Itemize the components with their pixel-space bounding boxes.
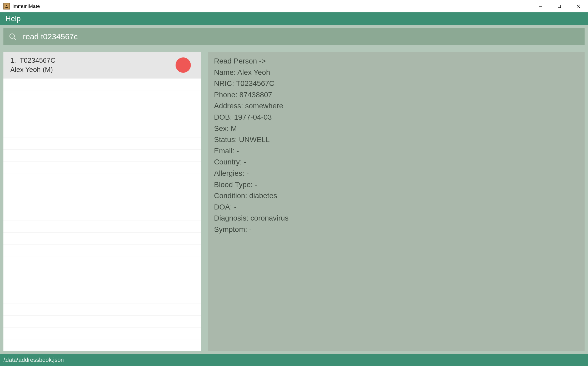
detail-line: Email: - [214, 146, 579, 157]
minimize-icon [538, 4, 542, 8]
statusbar-path: .\data\addressbook.json [2, 357, 64, 363]
window-title: ImmuniMate [12, 3, 40, 9]
list-item[interactable]: 1. T0234567C Alex Yeoh (M) [3, 52, 201, 79]
list-item-header: 1. T0234567C [10, 56, 56, 65]
detail-line: NRIC: T0234567C [214, 78, 579, 89]
list-item-texts: 1. T0234567C Alex Yeoh (M) [10, 56, 56, 74]
app-window: ImmuniMate Help [0, 0, 588, 366]
svg-rect-2 [558, 5, 561, 8]
statusbar: .\data\addressbook.json [0, 354, 588, 366]
detail-line: Phone: 87438807 [214, 90, 579, 100]
detail-line: Country: - [214, 157, 579, 168]
command-input[interactable] [23, 32, 579, 41]
detail-line: DOA: - [214, 202, 579, 213]
command-wrap [0, 25, 588, 48]
list-empty-area [3, 79, 201, 351]
detail-line: Status: UNWELL [214, 134, 579, 145]
app-icon [3, 3, 10, 9]
detail-line: Blood Type: - [214, 179, 579, 190]
detail-line: DOB: 1977-04-03 [214, 112, 579, 123]
detail-line: Sex: M [214, 123, 579, 134]
maximize-button[interactable] [550, 0, 569, 12]
close-button[interactable] [569, 0, 588, 12]
titlebar-controls [531, 0, 588, 12]
list-item-index: 1. [10, 56, 16, 64]
detail-line: Address: somewhere [214, 101, 579, 111]
search-icon [9, 33, 17, 41]
menubar: Help [0, 12, 588, 25]
status-indicator-icon [176, 57, 191, 73]
detail-line: Symptom: - [214, 224, 579, 235]
detail-line: Name: Alex Yeoh [214, 67, 579, 78]
command-bar[interactable] [3, 28, 585, 45]
detail-line: Condition: diabetes [214, 191, 579, 201]
detail-line: Allergies: - [214, 168, 579, 179]
minimize-button[interactable] [531, 0, 550, 12]
titlebar[interactable]: ImmuniMate [0, 0, 588, 12]
content: 1. T0234567C Alex Yeoh (M) Read Person -… [0, 48, 588, 354]
detail-line: Diagnosis: coronavirus [214, 213, 579, 224]
menu-help[interactable]: Help [6, 14, 21, 23]
person-list-panel: 1. T0234567C Alex Yeoh (M) [3, 52, 201, 351]
maximize-icon [557, 4, 561, 8]
svg-point-0 [6, 5, 7, 6]
svg-point-5 [10, 34, 14, 38]
titlebar-left: ImmuniMate [0, 3, 40, 9]
svg-line-6 [14, 38, 16, 40]
close-icon [576, 4, 580, 8]
list-item-code: T0234567C [20, 56, 56, 64]
details-panel: Read Person -> Name: Alex Yeoh NRIC: T02… [208, 52, 585, 351]
detail-line: Read Person -> [214, 56, 579, 67]
list-item-name: Alex Yeoh (M) [10, 66, 56, 74]
